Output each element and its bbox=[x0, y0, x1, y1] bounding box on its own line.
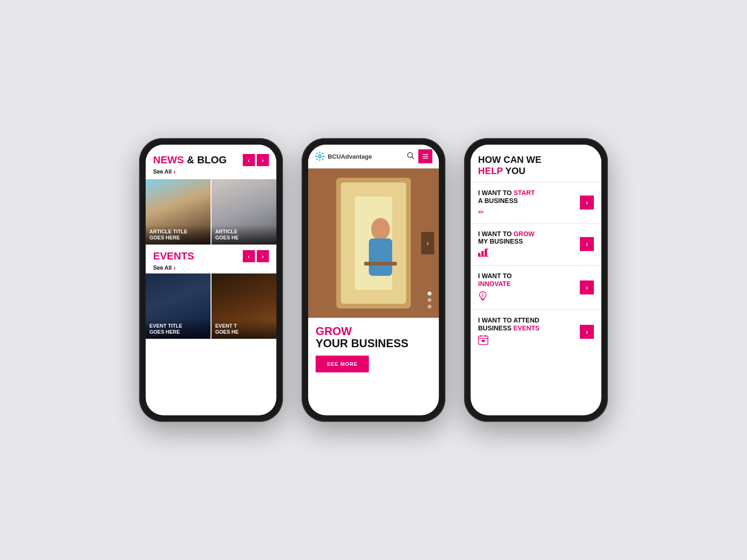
gear-icon bbox=[315, 151, 325, 161]
menu-item-events-arrow[interactable]: › bbox=[580, 325, 594, 339]
news-prev-arrow[interactable]: ‹ bbox=[243, 154, 255, 166]
search-icon bbox=[406, 151, 415, 160]
events-next-arrow[interactable]: › bbox=[257, 250, 269, 262]
start-highlight: START bbox=[514, 189, 535, 196]
news-see-all-arrow: › bbox=[174, 168, 176, 175]
svg-rect-12 bbox=[364, 262, 397, 266]
calendar-svg-icon bbox=[478, 335, 488, 345]
events-see-all[interactable]: See All › bbox=[153, 264, 269, 272]
events-see-all-arrow: › bbox=[174, 264, 176, 272]
p2-nav-icons bbox=[406, 149, 432, 163]
phone-3-screen: HOW CAN WE HELP YOU I WANT TO STARTA BUS… bbox=[471, 145, 601, 415]
menu-item-events[interactable]: I WANT TO ATTENDBUSINESS EVENTS › bbox=[471, 309, 601, 354]
menu-item-innovate[interactable]: I WANT TOINNOVATE › bbox=[471, 265, 601, 309]
p2-hero: › bbox=[308, 168, 439, 318]
svg-rect-24 bbox=[482, 340, 485, 342]
search-button[interactable] bbox=[406, 151, 415, 161]
lightbulb-icon bbox=[478, 291, 487, 301]
news-see-all-label: See All bbox=[153, 168, 172, 175]
menu-item-start-left: I WANT TO STARTA BUSINESS ✏ bbox=[478, 189, 535, 217]
events-see-all-label: See All bbox=[153, 265, 172, 271]
menu-item-start[interactable]: I WANT TO STARTA BUSINESS ✏ › bbox=[471, 182, 601, 223]
hero-next-button[interactable]: › bbox=[421, 232, 434, 254]
event-card-2[interactable]: EVENT TGOES HE bbox=[211, 273, 276, 339]
svg-point-0 bbox=[318, 155, 321, 158]
news-blog-title: NEWS & BLOG ‹ › bbox=[153, 154, 269, 166]
article-1-title: ARTICLE TITLEGOES HERE bbox=[149, 229, 207, 241]
article-card-1[interactable]: ARTICLE TITLEGOES HERE bbox=[146, 179, 211, 245]
news-blog-title-text: NEWS & BLOG bbox=[153, 154, 227, 166]
events-prev-arrow[interactable]: ‹ bbox=[243, 250, 255, 262]
help-highlight: HELP bbox=[478, 166, 505, 176]
article-2-title: ARTICLEGOES HE bbox=[215, 229, 273, 241]
p2-hero-content: GROW YOUR BUSINESS SEE MORE bbox=[308, 318, 439, 380]
hero-title: GROW YOUR BUSINESS bbox=[316, 325, 431, 350]
hero-title-main: YOUR BUSINESS bbox=[316, 337, 409, 350]
menu-button[interactable] bbox=[418, 149, 432, 163]
phone-2: BCUAdvantage bbox=[302, 138, 445, 422]
how-can-we-text: HOW CAN WE bbox=[478, 154, 542, 165]
menu-item-grow[interactable]: I WANT TO GROWMY BUSINESS › bbox=[471, 223, 601, 266]
you-text: YOU bbox=[505, 166, 525, 176]
hero-background bbox=[308, 168, 439, 318]
menu-item-events-left: I WANT TO ATTENDBUSINESS EVENTS bbox=[478, 316, 539, 347]
hero-illustration bbox=[308, 168, 439, 318]
grow-highlight: GROW bbox=[514, 230, 535, 238]
dot-3[interactable] bbox=[428, 305, 431, 308]
svg-rect-14 bbox=[481, 251, 484, 257]
bulb-icon bbox=[478, 291, 512, 303]
dot-2[interactable] bbox=[428, 298, 431, 302]
svg-point-10 bbox=[371, 218, 390, 240]
events-menu-highlight: EVENTS bbox=[513, 324, 539, 332]
events-title: EVENTS ‹ › bbox=[153, 250, 269, 262]
dot-1[interactable] bbox=[428, 292, 431, 295]
phone-3: HOW CAN WE HELP YOU I WANT TO STARTA BUS… bbox=[464, 138, 608, 422]
chart-icon bbox=[478, 248, 535, 259]
news-see-all[interactable]: See All › bbox=[153, 168, 269, 175]
p2-navbar: BCUAdvantage bbox=[308, 145, 439, 168]
news-next-arrow[interactable]: › bbox=[257, 154, 269, 166]
menu-item-start-title: I WANT TO STARTA BUSINESS bbox=[478, 189, 535, 205]
hamburger-icon bbox=[422, 153, 429, 160]
events-grid: EVENT TITLEGOES HERE EVENT TGOES HE bbox=[146, 273, 276, 339]
menu-item-innovate-title: I WANT TOINNOVATE bbox=[478, 272, 512, 288]
article-card-2[interactable]: ARTICLEGOES HE bbox=[211, 179, 276, 245]
calendar-icon bbox=[478, 335, 539, 347]
phone-1: NEWS & BLOG ‹ › See All › bbox=[139, 138, 283, 422]
phone-1-screen: NEWS & BLOG ‹ › See All › bbox=[146, 145, 276, 415]
innovate-highlight: INNOVATE bbox=[478, 280, 511, 287]
phone-2-screen: BCUAdvantage bbox=[308, 145, 439, 415]
svg-line-2 bbox=[412, 157, 414, 159]
events-header: EVENTS ‹ › See All › bbox=[146, 245, 276, 273]
svg-rect-15 bbox=[485, 249, 487, 257]
phones-container: NEWS & BLOG ‹ › See All › bbox=[120, 110, 627, 450]
p3-title: HOW CAN WE HELP YOU bbox=[478, 154, 594, 176]
see-more-button[interactable]: SEE MORE bbox=[316, 356, 369, 372]
svg-rect-11 bbox=[369, 238, 392, 276]
menu-item-grow-left: I WANT TO GROWMY BUSINESS bbox=[478, 230, 535, 259]
menu-item-innovate-left: I WANT TOINNOVATE bbox=[478, 272, 512, 303]
menu-item-events-title: I WANT TO ATTENDBUSINESS EVENTS bbox=[478, 316, 539, 332]
news-highlight: NEWS bbox=[153, 154, 184, 166]
event-1-title: EVENT TITLEGOES HERE bbox=[149, 323, 207, 335]
hero-title-highlight: GROW bbox=[316, 325, 352, 337]
menu-item-grow-arrow[interactable]: › bbox=[580, 237, 594, 251]
p2-logo: BCUAdvantage bbox=[315, 151, 372, 161]
news-nav-arrows: ‹ › bbox=[243, 154, 269, 166]
brand-name: BCUAdvantage bbox=[328, 153, 372, 160]
event-2-title: EVENT TGOES HE bbox=[215, 323, 273, 335]
event-card-1[interactable]: EVENT TITLEGOES HERE bbox=[146, 273, 211, 339]
menu-item-innovate-arrow[interactable]: › bbox=[580, 280, 594, 294]
news-blog-header: NEWS & BLOG ‹ › See All › bbox=[146, 145, 276, 179]
menu-item-start-arrow[interactable]: › bbox=[580, 196, 594, 210]
events-nav-arrows: ‹ › bbox=[243, 250, 269, 262]
menu-item-grow-title: I WANT TO GROWMY BUSINESS bbox=[478, 230, 535, 246]
chart-bar-icon bbox=[478, 248, 488, 257]
p3-header: HOW CAN WE HELP YOU bbox=[471, 145, 601, 182]
articles-grid: ARTICLE TITLEGOES HERE ARTICLEGOES HE bbox=[146, 179, 276, 245]
svg-point-1 bbox=[408, 153, 413, 158]
carousel-dots bbox=[428, 292, 431, 308]
events-highlight: EVENTS bbox=[153, 250, 194, 262]
blog-text: & BLOG bbox=[187, 154, 227, 166]
pencil-icon: ✏ bbox=[478, 208, 535, 217]
